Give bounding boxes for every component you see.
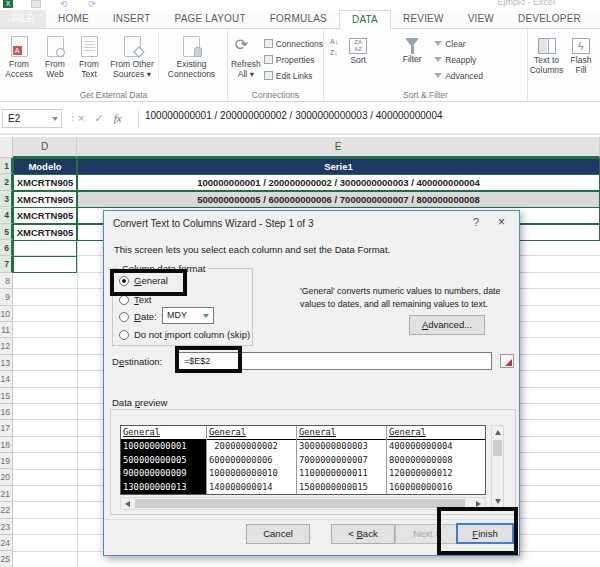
row-header[interactable]: 6	[0, 240, 13, 256]
save-icon[interactable]	[31, 0, 41, 8]
preview-column-header[interactable]: General	[387, 426, 485, 440]
radio-skip-icon[interactable]	[119, 330, 129, 340]
back-button[interactable]: < Back	[331, 524, 395, 544]
radio-skip[interactable]: Do not import column (skip)	[119, 329, 250, 340]
filter-button[interactable]: Filter	[390, 32, 434, 65]
preview-horizontal-scrollbar[interactable]	[120, 497, 486, 510]
tab-developer[interactable]: DEVELOPER	[506, 10, 593, 28]
from-text-button[interactable]: From Text	[72, 32, 106, 80]
cell-e3[interactable]: 500000000005 / 600000000006 / 7000000000…	[77, 191, 600, 208]
row-header[interactable]: 25	[0, 551, 13, 567]
existing-connections-button[interactable]: Existing Connections	[158, 32, 224, 80]
date-format-select[interactable]: MDY	[162, 307, 214, 324]
cell-d4[interactable]: XMCRTN905	[13, 207, 77, 224]
row-header[interactable]: 5	[0, 224, 13, 240]
preview-column-header[interactable]: General	[297, 426, 386, 440]
scroll-up-icon[interactable]	[495, 430, 501, 435]
scroll-left-icon[interactable]	[125, 501, 130, 507]
column-header-e[interactable]: E	[77, 137, 600, 158]
select-dropdown-icon[interactable]	[203, 314, 209, 318]
advanced-button[interactable]: Advanced...	[409, 315, 485, 335]
cell-e2[interactable]: 100000000001 / 200000000002 / 3000000000…	[77, 174, 600, 191]
text-to-columns-button[interactable]: Text to Columns	[528, 32, 565, 76]
preview-column-1-selected[interactable]: General 10000000000150000000000590000000…	[121, 426, 207, 494]
row-header[interactable]: 23	[0, 519, 13, 535]
range-selector-icon[interactable]	[500, 354, 514, 368]
row-header[interactable]: 14	[0, 371, 13, 387]
row-header[interactable]: 8	[0, 273, 13, 289]
dialog-close-icon[interactable]: ×	[498, 215, 505, 229]
row-header[interactable]: 16	[0, 404, 13, 420]
from-other-sources-button[interactable]: From Other Sources ▾	[106, 32, 158, 80]
preview-column-header[interactable]: General	[121, 426, 206, 440]
preview-column-4[interactable]: General 40000000000480000000000812000000…	[387, 426, 485, 494]
radio-text-icon[interactable]	[119, 295, 129, 305]
row-header[interactable]: 20	[0, 469, 13, 485]
scroll-thumb[interactable]	[135, 499, 465, 508]
preview-column-2[interactable]: General 20000000000260000000000610000000…	[207, 426, 297, 494]
row-header[interactable]: 21	[0, 486, 13, 502]
preview-column-3[interactable]: General 30000000000037000000000007110000…	[297, 426, 387, 494]
row-header[interactable]: 7	[0, 256, 13, 272]
name-box-dropdown-icon[interactable]	[52, 117, 58, 121]
row-header[interactable]: 15	[0, 388, 13, 404]
row-header[interactable]: 10	[0, 306, 13, 322]
redo-icon[interactable]: ⟳	[87, 0, 97, 8]
row-header[interactable]: 19	[0, 453, 13, 469]
select-all-corner[interactable]	[0, 137, 13, 158]
edit-links-button[interactable]: Edit Links	[264, 68, 323, 83]
advanced-filter-button[interactable]: Advanced	[434, 68, 483, 83]
row-header[interactable]: 17	[0, 420, 13, 436]
enter-entry-icon[interactable]: ✓	[94, 109, 103, 128]
connections-button[interactable]: Connections	[264, 36, 323, 51]
clear-filter-button[interactable]: Clear	[434, 36, 483, 51]
row-header[interactable]: 1	[0, 158, 13, 174]
tab-view[interactable]: VIEW	[456, 10, 506, 28]
scroll-down-icon[interactable]	[495, 499, 501, 504]
dialog-help-icon[interactable]: ?	[473, 216, 479, 228]
reapply-filter-button[interactable]: Reapply	[434, 52, 483, 67]
column-header-d[interactable]: D	[13, 137, 77, 158]
insert-function-icon[interactable]: fx	[114, 109, 122, 128]
tab-formulas[interactable]: FORMULAS	[258, 10, 339, 28]
scroll-thumb[interactable]	[493, 440, 502, 456]
row-header[interactable]: 4	[0, 207, 13, 223]
row-header[interactable]: 22	[0, 502, 13, 518]
formula-value[interactable]: 100000000001 / 200000000002 / 3000000000…	[145, 110, 443, 121]
cell-e1[interactable]: Serie1	[77, 158, 600, 175]
sort-ascending-button[interactable]: A↓	[330, 38, 338, 46]
row-header[interactable]: 18	[0, 437, 13, 453]
tab-file[interactable]: FILE	[0, 10, 46, 28]
cell-d2[interactable]: XMCRTN905	[13, 174, 77, 191]
sort-descending-button[interactable]: Z↓	[330, 49, 338, 57]
cell-d6[interactable]	[13, 240, 77, 257]
sort-button[interactable]: ZA AZ Sort	[340, 32, 376, 66]
radio-date-icon[interactable]	[119, 312, 129, 322]
cell-d7[interactable]	[13, 256, 77, 273]
cancel-button[interactable]: Cancel	[246, 524, 310, 544]
tab-page-layout[interactable]: PAGE LAYOUT	[163, 10, 258, 28]
tab-data[interactable]: DATA	[339, 10, 391, 29]
preview-vertical-scrollbar[interactable]	[491, 425, 504, 509]
data-preview-table[interactable]: General 10000000000150000000000590000000…	[120, 425, 486, 495]
row-header[interactable]: 3	[0, 191, 13, 207]
radio-date[interactable]: Date:	[119, 311, 157, 322]
row-header[interactable]: 24	[0, 535, 13, 551]
cell-d5[interactable]: XMCRTN905	[13, 224, 77, 241]
name-box[interactable]: E2	[2, 109, 62, 128]
properties-button[interactable]: Properties	[264, 52, 323, 67]
cancel-entry-icon[interactable]: ×	[78, 109, 84, 128]
cell-d3[interactable]: XMCRTN905	[13, 191, 77, 208]
row-header[interactable]: 11	[0, 322, 13, 338]
flash-fill-button[interactable]: ϟ Flash Fill	[565, 32, 597, 76]
row-header[interactable]: 2	[0, 174, 13, 190]
from-access-button[interactable]: A From Access	[0, 32, 38, 80]
row-header[interactable]: 12	[0, 338, 13, 354]
refresh-all-button[interactable]: ⟳ Refresh All ▾	[228, 32, 264, 80]
undo-icon[interactable]: ⟲	[59, 0, 69, 8]
tab-review[interactable]: REVIEW	[391, 10, 456, 28]
row-header[interactable]: 9	[0, 289, 13, 305]
cell-d1[interactable]: Modelo	[13, 158, 77, 175]
row-header[interactable]: 13	[0, 355, 13, 371]
from-web-button[interactable]: From Web	[38, 32, 72, 80]
